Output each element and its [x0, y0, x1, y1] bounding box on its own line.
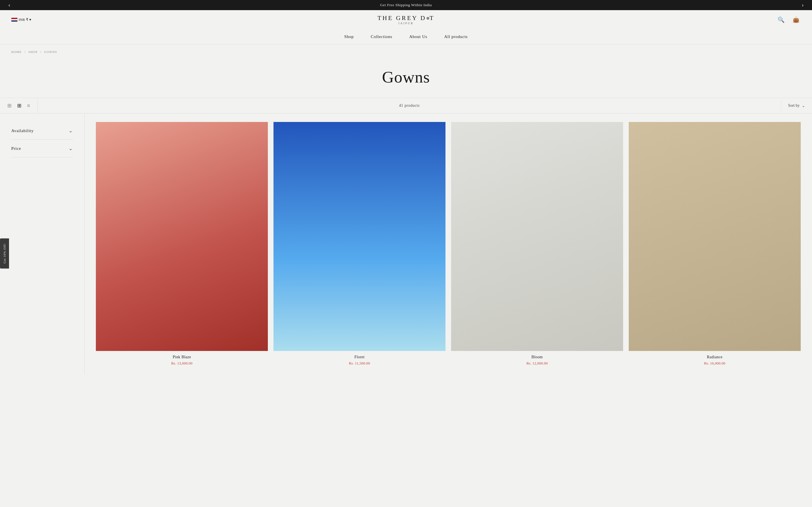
breadcrumb: HOME / SHOP / GOWNS — [0, 45, 812, 59]
filter-price-label: Price — [11, 146, 21, 151]
page-title-section: Gowns — [0, 59, 812, 98]
product-price-0: Rs. 13,000.00 — [96, 361, 268, 365]
logo-text: THE GREY DT — [377, 15, 435, 21]
filter-price-header[interactable]: Price ⌄ — [11, 145, 73, 152]
product-card-2[interactable]: Bloom Rs. 12,000.00 — [451, 122, 623, 365]
product-price-1: Rs. 11,500.00 — [273, 361, 446, 365]
site-header: INR ₹ ▾ THE GREY DT JAIPUR 🔍 👜 — [0, 10, 812, 29]
main-content: Availability ⌄ Price ⌄ Pink Blaze Rs. 13… — [0, 114, 812, 374]
sort-by-chevron-icon: ⌄ — [802, 103, 805, 108]
product-image-0 — [96, 122, 268, 351]
announcement-prev-button[interactable]: ‹ — [6, 1, 13, 9]
logo-subtitle: JAIPUR — [377, 22, 435, 25]
logo-dot-icon — [426, 17, 429, 20]
breadcrumb-home[interactable]: HOME — [11, 50, 22, 54]
nav-collections[interactable]: Collections — [371, 34, 393, 39]
toolbar-view-controls: ⊞ ⊞ ≡ — [0, 98, 38, 113]
product-card-1[interactable]: Floret Rs. 11,500.00 — [273, 122, 446, 365]
availability-chevron-icon: ⌄ — [68, 128, 73, 134]
search-button[interactable]: 🔍 — [776, 15, 786, 24]
product-card-0[interactable]: Pink Blaze Rs. 13,000.00 — [96, 122, 268, 365]
breadcrumb-current: GOWNS — [44, 50, 57, 54]
product-price-2: Rs. 12,000.00 — [451, 361, 623, 365]
product-name-0: Pink Blaze — [96, 355, 268, 359]
product-name-1: Floret — [273, 355, 446, 359]
sort-by-label: Sort by — [788, 103, 800, 108]
main-nav: Shop Collections About Us All products — [0, 29, 812, 45]
search-icon: 🔍 — [777, 17, 784, 23]
filter-availability: Availability ⌄ — [11, 122, 73, 140]
filter-availability-label: Availability — [11, 128, 34, 133]
view-2col-button[interactable]: ⊞ — [6, 101, 13, 110]
currency-selector[interactable]: INR ₹ ▾ — [11, 17, 31, 22]
header-right: 🔍 👜 — [776, 15, 801, 24]
nav-shop[interactable]: Shop — [344, 34, 354, 39]
product-count: 41 products — [38, 103, 781, 108]
products-grid: Pink Blaze Rs. 13,000.00 Floret Rs. 11,5… — [96, 122, 801, 365]
header-left: INR ₹ ▾ — [11, 17, 31, 22]
bag-icon: 👜 — [793, 17, 800, 23]
toolbar: ⊞ ⊞ ≡ 41 products Sort by ⌄ — [0, 98, 812, 114]
view-list-button[interactable]: ≡ — [26, 102, 32, 110]
currency-label: INR ₹ — [18, 17, 28, 22]
product-card-3[interactable]: Radiance Rs. 16,000.00 — [629, 122, 801, 365]
nav-all-products[interactable]: All products — [444, 34, 468, 39]
page-title: Gowns — [0, 68, 812, 87]
filter-price: Price ⌄ — [11, 140, 73, 158]
filter-availability-header[interactable]: Availability ⌄ — [11, 128, 73, 134]
product-placeholder-1 — [273, 122, 446, 351]
product-image-3 — [629, 122, 801, 351]
nav-about[interactable]: About Us — [409, 34, 427, 39]
product-name-2: Bloom — [451, 355, 623, 359]
breadcrumb-shop[interactable]: SHOP — [29, 50, 38, 54]
flag-icon — [11, 18, 17, 22]
price-chevron-icon: ⌄ — [68, 145, 73, 152]
view-3col-button[interactable]: ⊞ — [15, 101, 23, 110]
announcement-text: Get Free Shipping Within India — [380, 3, 432, 7]
product-price-3: Rs. 16,000.00 — [629, 361, 801, 365]
product-name-3: Radiance — [629, 355, 801, 359]
sidebar-filters: Availability ⌄ Price ⌄ — [0, 114, 85, 374]
product-placeholder-3 — [629, 122, 801, 351]
cart-button[interactable]: 👜 — [792, 15, 801, 24]
sort-by-control[interactable]: Sort by ⌄ — [781, 100, 812, 112]
currency-dropdown-icon: ▾ — [29, 17, 31, 22]
product-image-1 — [273, 122, 446, 351]
product-placeholder-2 — [451, 122, 623, 351]
announcement-bar: ‹ Get Free Shipping Within India › — [0, 0, 812, 10]
logo[interactable]: THE GREY DT JAIPUR — [377, 15, 435, 25]
product-image-2 — [451, 122, 623, 351]
promo-tab[interactable]: Get 10% Off! — [0, 238, 9, 269]
product-placeholder-0 — [96, 122, 268, 351]
products-area: Pink Blaze Rs. 13,000.00 Floret Rs. 11,5… — [85, 114, 812, 374]
announcement-next-button[interactable]: › — [799, 1, 806, 9]
